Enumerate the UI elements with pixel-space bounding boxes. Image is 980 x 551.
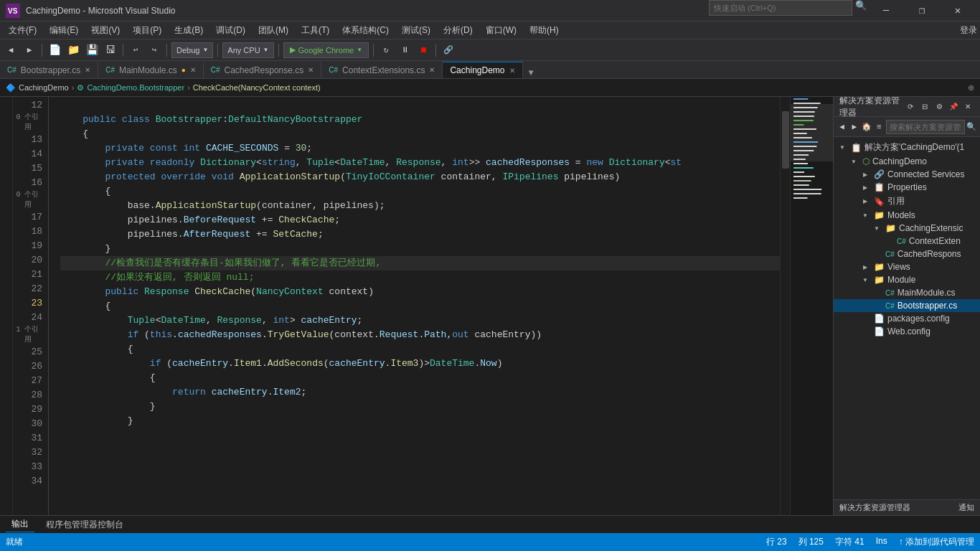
se-tab-solution[interactable]: 解决方案资源管理器 — [839, 502, 910, 513]
status-left: 就绪 — [6, 536, 23, 548]
se-search-icon[interactable]: 🔍 — [966, 119, 977, 135]
breadcrumb-method[interactable]: CheckCache(NancyContext context) — [193, 83, 321, 92]
solution-explorer-search-input[interactable] — [886, 120, 965, 134]
tree-references[interactable]: ▶ 🔖 引用 — [834, 194, 980, 209]
references-icon: 🔖 — [874, 197, 885, 207]
tab-contextextensions[interactable]: C# ContextExtensions.cs ✕ — [321, 62, 443, 78]
menu-test[interactable]: 测试(S) — [396, 22, 436, 39]
menu-arch[interactable]: 体系结构(C) — [336, 22, 395, 39]
scrollbar-thumb[interactable] — [782, 111, 789, 169]
code-line-31: { — [60, 371, 780, 385]
tab-close-cachedresponse[interactable]: ✕ — [308, 66, 314, 74]
tab-mainmodule[interactable]: C# MainModule.cs ● ✕ — [98, 62, 204, 78]
tab-cachedresponse[interactable]: C# CachedResponse.cs ✕ — [204, 62, 322, 78]
config-dropdown-arrow: ▼ — [202, 47, 208, 53]
menu-file[interactable]: 文件(F) — [3, 22, 42, 39]
mainmodule-icon: C# — [885, 289, 895, 297]
open-file-button[interactable]: 📁 — [65, 42, 81, 58]
forward-button[interactable]: ▶ — [22, 42, 37, 58]
refresh-button[interactable]: ↻ — [378, 42, 394, 58]
start-debug-button[interactable]: ▶ Google Chrome ▼ — [283, 42, 369, 58]
expand-icon[interactable]: ⊕ — [968, 83, 974, 92]
back-button[interactable]: ◀ — [3, 42, 19, 58]
tree-models[interactable]: ▼ 📁 Models — [834, 209, 980, 222]
quick-launch-input[interactable] — [709, 0, 852, 16]
tab-bootstrapper[interactable]: C# Bootstrapper.cs ✕ — [0, 62, 98, 78]
output-tab-pkgmanager[interactable]: 程序包管理器控制台 — [40, 517, 129, 532]
breadcrumb-class[interactable]: CachingDemo.Bootstrapper — [87, 83, 184, 92]
stop-button[interactable]: ⏹ — [415, 42, 431, 58]
breadcrumb-file[interactable]: CachingDemo — [19, 83, 69, 92]
tree-views[interactable]: ▶ 📁 Views — [834, 260, 980, 273]
se-tab-notification[interactable]: 通知 — [958, 502, 974, 513]
new-file-button[interactable]: 📄 — [47, 42, 62, 58]
line-num-23: 23 — [13, 296, 42, 311]
pin-button[interactable]: 📌 — [947, 100, 960, 113]
window-title: CachingDemo - Microsoft Visual Studio — [26, 6, 176, 16]
line-num-34: 34 — [13, 474, 42, 489]
config-dropdown[interactable]: Debug ▼ — [171, 42, 213, 58]
menu-edit[interactable]: 编辑(E) — [44, 22, 84, 39]
tree-bootstrapper[interactable]: C# Bootstrapper.cs — [834, 299, 980, 312]
menu-window[interactable]: 窗口(W) — [480, 22, 522, 39]
tab-close-bootstrapper[interactable]: ✕ — [85, 66, 90, 74]
minimize-button[interactable]: ─ — [870, 0, 903, 22]
tree-cached-response[interactable]: C# CachedRespons — [834, 248, 980, 260]
menu-team[interactable]: 团队(M) — [253, 22, 294, 39]
platform-dropdown[interactable]: Any CPU ▼ — [222, 42, 273, 58]
tab-cachingdemo[interactable]: CachingDemo ✕ — [443, 62, 522, 78]
tab-overflow[interactable]: ▼ — [523, 68, 540, 78]
toolbar-separator-4 — [217, 44, 218, 57]
close-button[interactable]: ✕ — [941, 0, 974, 22]
tree-project[interactable]: ▼ ⬡ CachingDemo — [834, 155, 980, 168]
save-button[interactable]: 💾 — [84, 42, 100, 58]
tree-properties[interactable]: ▶ 📋 Properties — [834, 181, 980, 194]
tab-close-contextextensions[interactable]: ✕ — [429, 66, 435, 74]
tree-webconfig[interactable]: 📄 Web.config — [834, 325, 980, 338]
panel-close-button[interactable]: ✕ — [961, 100, 974, 113]
solution-explorer-header: 解决方案资源管理器 ⟳ ⊟ ⚙ 📌 ✕ — [834, 97, 980, 117]
tree-mainmodule[interactable]: C# MainModule.cs — [834, 286, 980, 299]
menu-project[interactable]: 项目(P) — [127, 22, 167, 39]
attach-button[interactable]: 🔗 — [440, 42, 456, 58]
restore-button[interactable]: ❐ — [905, 0, 938, 22]
undo-button[interactable]: ↩ — [128, 42, 143, 58]
code-editor[interactable]: 12 0 个引用 13 14 15 16 0 个引用 17 18 19 20 2… — [0, 97, 833, 515]
expand-caching-ext: ▼ — [871, 225, 882, 232]
code-line-14: { — [60, 127, 780, 141]
menu-help[interactable]: 帮助(H) — [524, 22, 565, 39]
tree-module[interactable]: ▼ 📁 Module — [834, 273, 980, 286]
menu-tools[interactable]: 工具(T) — [296, 22, 335, 39]
menu-debug[interactable]: 调试(D) — [210, 22, 251, 39]
status-vcs[interactable]: ↑ 添加到源代码管理 — [899, 536, 974, 548]
se-settings[interactable]: ≡ — [874, 119, 885, 135]
properties-button[interactable]: ⚙ — [933, 100, 946, 113]
tab-close-mainmodule[interactable]: ✕ — [190, 66, 196, 74]
tree-context-ext[interactable]: C# ContextExten — [834, 235, 980, 248]
menu-analyze[interactable]: 分析(D) — [438, 22, 479, 39]
menu-view[interactable]: 视图(V) — [85, 22, 126, 39]
code-content[interactable]: public class Bootstrapper:DefaultNancyBo… — [49, 97, 780, 515]
tab-close-cachingdemo[interactable]: ✕ — [509, 67, 515, 75]
redo-button[interactable]: ↪ — [146, 42, 162, 58]
platform-dropdown-arrow: ▼ — [263, 47, 269, 53]
editor-scrollbar[interactable] — [780, 97, 790, 515]
sync-button[interactable]: ⟳ — [904, 100, 917, 113]
tree-connected-services[interactable]: ▶ 🔗 Connected Services — [834, 168, 980, 181]
output-tab-output[interactable]: 输出 — [6, 517, 34, 532]
se-nav-back[interactable]: ◀ — [837, 119, 847, 135]
tree-solution[interactable]: ▼ 📋 解决方案'CachingDemo'(1 — [834, 140, 980, 155]
menu-build[interactable]: 生成(B) — [169, 22, 209, 39]
account-label[interactable]: 登录 — [960, 24, 977, 37]
tree-caching-ext[interactable]: ▼ 📁 CachingExtensic — [834, 222, 980, 235]
status-right: 行 23 列 125 字符 41 Ins ↑ 添加到源代码管理 — [766, 536, 974, 548]
se-nav-forward[interactable]: ▶ — [849, 119, 859, 135]
se-home[interactable]: 🏠 — [861, 119, 872, 135]
collapse-all-button[interactable]: ⊟ — [918, 100, 931, 113]
line-num-15: 15 — [13, 161, 42, 176]
line-num-31: 31 — [13, 431, 42, 446]
line-numbers: 12 0 个引用 13 14 15 16 0 个引用 17 18 19 20 2… — [13, 97, 49, 515]
save-all-button[interactable]: 🖫 — [103, 42, 118, 58]
pause-button[interactable]: ⏸ — [397, 42, 413, 58]
tree-packages[interactable]: 📄 packages.config — [834, 312, 980, 325]
